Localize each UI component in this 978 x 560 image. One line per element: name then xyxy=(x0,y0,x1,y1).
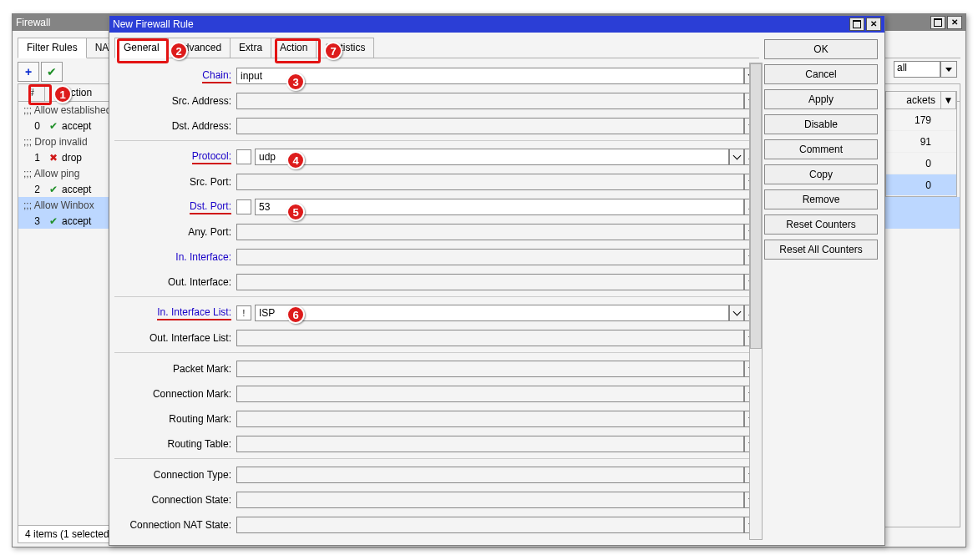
out-interface-input[interactable] xyxy=(236,274,744,290)
new-rule-titlebar[interactable]: New Firewall Rule xyxy=(109,16,884,33)
firewall-title: Firewall xyxy=(16,17,50,28)
comment-button[interactable]: Comment xyxy=(764,139,878,159)
packet-mark-input[interactable] xyxy=(236,361,744,377)
firewall-close-button[interactable] xyxy=(947,16,962,29)
disable-button[interactable]: Disable xyxy=(764,114,878,134)
connection-state-label: Connection State: xyxy=(114,494,236,506)
rule-tabs: General Advanced Extra Action Statistics xyxy=(114,36,759,58)
tab-filter-rules[interactable]: Filter Rules xyxy=(18,38,87,58)
filter-input[interactable]: all xyxy=(894,61,940,78)
col-num[interactable]: # xyxy=(18,84,45,101)
in-interface-label: In. Interface: xyxy=(175,251,231,263)
new-rule-window: New Firewall Rule General Advanced Extra… xyxy=(109,15,885,546)
filter-dropdown-button[interactable] xyxy=(940,61,957,78)
callout-badge-1: 1 xyxy=(53,85,72,103)
ok-button[interactable]: OK xyxy=(764,39,878,59)
dst-address-input[interactable] xyxy=(236,118,744,134)
firewall-maximize-button[interactable] xyxy=(930,16,945,29)
remove-button[interactable]: Remove xyxy=(764,189,878,209)
out-interface-list-input[interactable] xyxy=(236,330,744,346)
connection-type-label: Connection Type: xyxy=(114,469,236,481)
protocol-dropdown-button[interactable] xyxy=(729,149,744,165)
in-interface-input[interactable] xyxy=(236,249,744,265)
in-interface-list-label: In. Interface List: xyxy=(157,306,231,320)
any-port-label: Any. Port: xyxy=(114,226,236,238)
chain-input[interactable]: input xyxy=(236,68,744,84)
any-port-input[interactable] xyxy=(236,224,744,240)
dialog-buttons: OK Cancel Apply Disable Comment Copy Rem… xyxy=(764,33,884,545)
routing-table-label: Routing Table: xyxy=(114,438,236,450)
add-rule-button[interactable]: + xyxy=(18,62,39,82)
dst-port-negate-checkbox[interactable] xyxy=(236,199,251,214)
dst-address-label: Dst. Address: xyxy=(114,120,236,132)
connection-nat-state-label: Connection NAT State: xyxy=(114,519,236,531)
form-scrollbar[interactable] xyxy=(749,63,763,540)
src-port-label: Src. Port: xyxy=(114,176,236,188)
accept-icon: ✔ xyxy=(45,184,62,195)
col-packets[interactable]: ackets xyxy=(886,92,941,108)
col-more[interactable]: ▼ xyxy=(941,92,956,108)
new-rule-close-button[interactable] xyxy=(866,18,881,31)
dst-port-input[interactable]: 53 xyxy=(255,199,744,215)
callout-badge-7: 7 xyxy=(324,42,342,60)
protocol-input[interactable]: udp xyxy=(255,149,729,165)
callout-badge-6: 6 xyxy=(286,305,305,324)
callout-badge-4: 4 xyxy=(286,151,305,169)
connection-nat-state-input[interactable] xyxy=(236,517,744,533)
right-panel: all ackets ▼ 179 91 0 0 xyxy=(885,61,957,197)
connection-mark-label: Connection Mark: xyxy=(114,388,236,400)
packet-count: 91 xyxy=(886,136,941,148)
tab-extra[interactable]: Extra xyxy=(230,38,271,58)
routing-mark-input[interactable] xyxy=(236,411,744,427)
tab-general[interactable]: General xyxy=(114,38,169,58)
connection-state-input[interactable] xyxy=(236,492,744,508)
drop-icon: ✖ xyxy=(45,152,62,164)
protocol-negate-checkbox[interactable] xyxy=(236,149,251,164)
in-interface-list-input[interactable]: ISP xyxy=(255,305,729,321)
callout-badge-2: 2 xyxy=(170,42,188,60)
accept-icon: ✔ xyxy=(45,120,62,132)
routing-mark-label: Routing Mark: xyxy=(114,413,236,425)
enable-rule-button[interactable]: ✔ xyxy=(41,62,63,82)
protocol-label: Protocol: xyxy=(192,150,231,164)
connection-mark-input[interactable] xyxy=(236,386,744,402)
connection-type-input[interactable] xyxy=(236,467,744,483)
in-interface-list-dropdown-button[interactable] xyxy=(729,305,744,321)
src-port-input[interactable] xyxy=(236,174,744,190)
packet-count: 0 xyxy=(886,179,941,191)
reset-all-counters-button[interactable]: Reset All Counters xyxy=(764,240,878,260)
src-address-label: Src. Address: xyxy=(114,95,236,107)
cancel-button[interactable]: Cancel xyxy=(764,64,878,84)
apply-button[interactable]: Apply xyxy=(764,89,878,109)
out-interface-label: Out. Interface: xyxy=(114,276,236,288)
accept-icon: ✔ xyxy=(45,215,62,227)
packet-mark-label: Packet Mark: xyxy=(114,363,236,375)
tab-action[interactable]: Action xyxy=(271,38,317,58)
callout-badge-3: 3 xyxy=(286,73,305,91)
packet-count: 0 xyxy=(886,158,941,169)
callout-badge-5: 5 xyxy=(286,203,305,221)
packet-count: 179 xyxy=(886,114,941,126)
chain-label: Chain: xyxy=(202,69,231,83)
new-rule-maximize-button[interactable] xyxy=(849,18,864,31)
reset-counters-button[interactable]: Reset Counters xyxy=(764,214,878,235)
dst-port-label: Dst. Port: xyxy=(190,200,231,214)
routing-table-input[interactable] xyxy=(236,436,744,452)
out-interface-list-label: Out. Interface List: xyxy=(114,332,236,344)
in-interface-list-negate-checkbox[interactable]: ! xyxy=(236,305,251,320)
new-rule-title: New Firewall Rule xyxy=(113,18,194,30)
copy-button[interactable]: Copy xyxy=(764,164,878,184)
src-address-input[interactable] xyxy=(236,93,744,109)
